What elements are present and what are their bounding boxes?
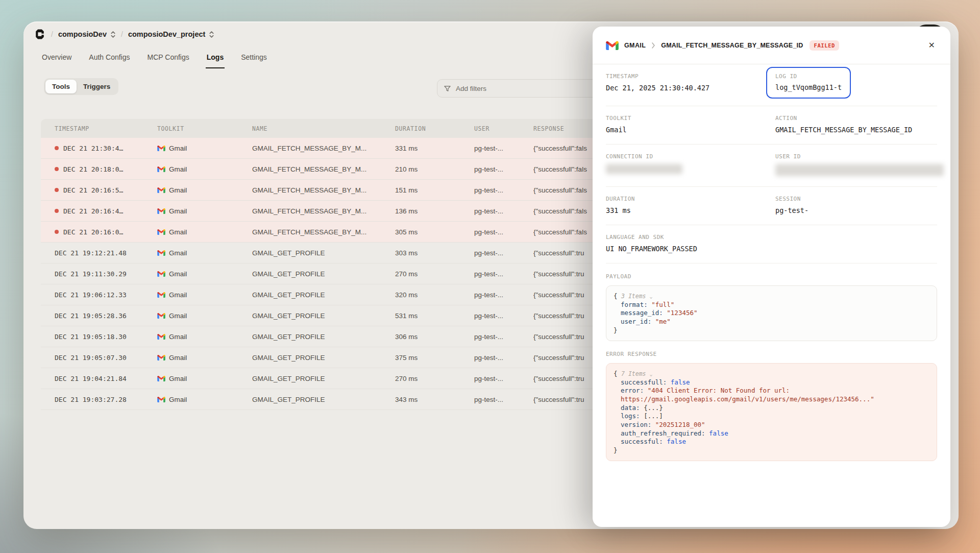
failed-dot-icon [55, 167, 59, 171]
row-name: GMAIL_FETCH_MESSAGE_BY_M... [252, 207, 395, 215]
row-toolkit: Gmail [169, 312, 187, 320]
gmail-icon [157, 292, 165, 298]
toggle-tools[interactable]: Tools [45, 80, 77, 93]
field-label: TOOLKIT [606, 115, 775, 122]
desktop-background: / composioDev / composioDev_project Over… [0, 0, 980, 553]
row-name: GMAIL_FETCH_MESSAGE_BY_M... [252, 145, 395, 152]
row-timestamp: DEC 21 20:16:0… [63, 228, 123, 236]
row-toolkit: Gmail [169, 186, 187, 194]
field-label: USER ID [775, 153, 944, 160]
org-name: composioDev [58, 30, 107, 38]
row-name: GMAIL_GET_PROFILE [252, 249, 395, 257]
row-toolkit: Gmail [169, 375, 187, 382]
field-value: Gmail [606, 126, 775, 134]
gmail-icon [157, 333, 165, 340]
project-selector[interactable]: composioDev_project [128, 30, 215, 38]
main-tabs: Overview Auth Configs MCP Configs Logs S… [41, 51, 268, 68]
row-duration: 306 ms [395, 333, 474, 341]
row-name: GMAIL_FETCH_MESSAGE_BY_M... [252, 228, 395, 236]
field-action: ACTION GMAIL_FETCH_MESSAGE_BY_MESSAGE_ID [775, 115, 937, 134]
row-toolkit: Gmail [169, 270, 187, 278]
field-value: GMAIL_FETCH_MESSAGE_BY_MESSAGE_ID [775, 126, 937, 134]
row-timestamp: DEC 21 19:03:27.28 [55, 396, 127, 403]
chevron-right-icon [651, 42, 655, 49]
toggle-triggers[interactable]: Triggers [77, 80, 117, 93]
gmail-icon [606, 40, 619, 50]
error-response-json-viewer[interactable]: { 7 Items ⌄successfull: falseerror: "404… [606, 363, 937, 461]
field-user-id: USER ID [775, 153, 944, 176]
field-label: SESSION [775, 196, 937, 202]
row-toolkit: Gmail [169, 333, 187, 341]
json-entry: message_id: "123456" [621, 309, 929, 318]
row-duration: 270 ms [395, 375, 474, 382]
field-label: ACTION [775, 115, 937, 122]
row-toolkit: Gmail [169, 228, 187, 236]
row-toolkit: Gmail [169, 249, 187, 257]
gmail-icon [157, 145, 165, 151]
row-user: pg-test-... [474, 249, 533, 257]
panel-toolkit-crumb[interactable]: GMAIL [624, 42, 646, 49]
redacted-value [606, 164, 682, 174]
tab-settings[interactable]: Settings [240, 51, 268, 68]
field-value: Dec 21, 2025 21:30:40.427 [606, 84, 775, 92]
panel-action-crumb: GMAIL_FETCH_MESSAGE_BY_MESSAGE_ID [661, 42, 803, 49]
row-user: pg-test-... [474, 375, 533, 382]
org-selector[interactable]: composioDev [58, 30, 116, 38]
row-name: GMAIL_FETCH_MESSAGE_BY_M... [252, 165, 395, 173]
row-user: pg-test-... [474, 186, 533, 194]
row-user: pg-test-... [474, 291, 533, 299]
error-response-label: ERROR RESPONSE [606, 351, 937, 357]
col-timestamp: TIMESTAMP [55, 125, 157, 132]
field-logid-highlighted[interactable]: LOG ID log_tVqomBgg11-t [766, 67, 851, 99]
field-toolkit: TOOLKIT Gmail [606, 115, 775, 134]
field-label: LANGUAGE AND SDK [606, 234, 937, 241]
gmail-icon [157, 396, 165, 402]
row-duration: 331 ms [395, 145, 474, 152]
row-toolkit: Gmail [169, 396, 187, 403]
row-duration: 531 ms [395, 312, 474, 320]
row-name: GMAIL_GET_PROFILE [252, 375, 395, 382]
field-row-timestamp-logid: TIMESTAMP Dec 21, 2025 21:30:40.427 LOG … [606, 64, 937, 106]
row-user: pg-test-... [474, 333, 533, 341]
col-toolkit: TOOLKIT [157, 125, 252, 132]
tab-mcp-configs[interactable]: MCP Configs [146, 51, 190, 68]
collapse-chevron-icon: ⌄ [649, 371, 652, 377]
row-duration: 343 ms [395, 396, 474, 403]
row-duration: 136 ms [395, 207, 474, 215]
close-icon[interactable]: ✕ [926, 39, 937, 52]
row-user: pg-test-... [474, 165, 533, 173]
field-connection-id: CONNECTION ID [606, 153, 775, 176]
gmail-icon [157, 208, 165, 214]
field-value: 331 ms [606, 206, 775, 214]
row-name: GMAIL_GET_PROFILE [252, 270, 395, 278]
payload-json-viewer[interactable]: { 3 Items ⌄format: "full"message_id: "12… [606, 285, 937, 341]
col-name: NAME [252, 125, 395, 132]
field-session: SESSION pg-test- [775, 196, 937, 214]
row-name: GMAIL_FETCH_MESSAGE_BY_M... [252, 186, 395, 194]
row-duration: 305 ms [395, 228, 474, 236]
panel-header: GMAIL GMAIL_FETCH_MESSAGE_BY_MESSAGE_ID … [593, 27, 950, 64]
project-name: composioDev_project [128, 30, 206, 38]
redacted-value [775, 164, 944, 176]
gmail-icon [157, 166, 165, 172]
row-toolkit: Gmail [169, 207, 187, 215]
payload-label: PAYLOAD [606, 273, 937, 280]
failed-dot-icon [55, 209, 59, 213]
gmail-icon [157, 354, 165, 360]
chevron-updown-icon [209, 31, 214, 38]
row-name: GMAIL_GET_PROFILE [252, 333, 395, 341]
row-user: pg-test-... [474, 270, 533, 278]
row-timestamp: DEC 21 20:16:5… [63, 186, 123, 194]
row-user: pg-test-... [474, 396, 533, 403]
tab-logs[interactable]: Logs [206, 51, 225, 68]
tab-overview[interactable]: Overview [41, 51, 72, 68]
row-duration: 303 ms [395, 249, 474, 257]
gmail-icon [157, 229, 165, 235]
gmail-icon [157, 375, 165, 381]
breadcrumb: / composioDev / composioDev_project [34, 27, 214, 41]
row-toolkit: Gmail [169, 291, 187, 299]
field-label: LOG ID [775, 73, 842, 80]
status-badge: FAILED [810, 40, 839, 51]
tab-auth-configs[interactable]: Auth Configs [88, 51, 131, 68]
row-user: pg-test-... [474, 207, 533, 215]
